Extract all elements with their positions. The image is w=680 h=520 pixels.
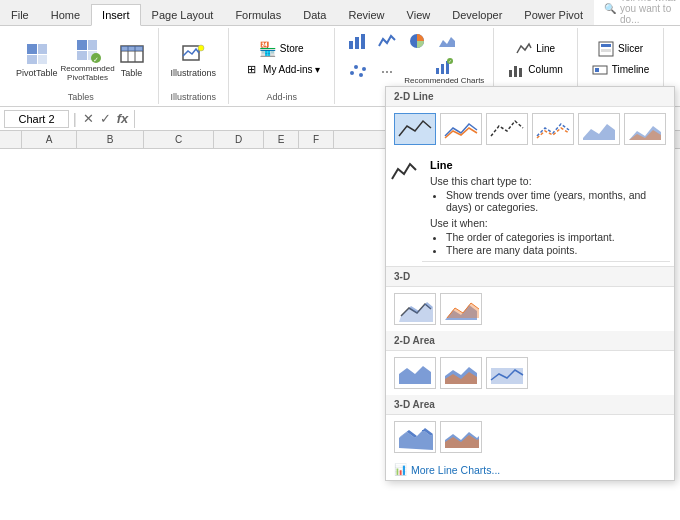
table-label: Table: [121, 68, 143, 78]
chart-3d-icon-2[interactable]: [440, 293, 482, 325]
store-icon: 🏪: [260, 41, 276, 57]
bar-chart-button[interactable]: [343, 30, 371, 52]
recommended-charts-icon: ✓: [434, 56, 454, 76]
column-sparkline-icon: [508, 62, 524, 78]
svg-rect-14: [121, 46, 128, 51]
pie-chart-icon: [407, 31, 427, 51]
scatter-chart-button[interactable]: [343, 60, 371, 82]
chart-2d-area-icon-1[interactable]: [394, 357, 436, 389]
svg-point-18: [198, 45, 204, 51]
timeline-button[interactable]: Timeline: [586, 60, 655, 80]
col-header-c[interactable]: C: [144, 131, 214, 149]
chart-3d-area-icon-1[interactable]: [394, 421, 436, 453]
illustrations-group-label: Illustrations: [171, 92, 217, 102]
line-chart-button[interactable]: [373, 30, 401, 52]
my-addins-label: My Add-ins ▾: [263, 64, 320, 75]
pivot-table-button[interactable]: PivotTable: [12, 38, 62, 80]
svg-text:⋯: ⋯: [381, 65, 393, 79]
more-charts-button[interactable]: ⋯: [373, 60, 401, 82]
recommended-pivot-icon: ✓: [74, 36, 102, 64]
chart-icons-3d: [386, 287, 674, 331]
col-header-f[interactable]: F: [299, 131, 334, 149]
tell-me-input[interactable]: Tell me what you want to do...: [620, 0, 680, 25]
corner-cell: [0, 131, 22, 149]
chart-2d-area-icon-3[interactable]: [486, 357, 528, 389]
svg-point-25: [359, 73, 363, 77]
svg-point-23: [350, 71, 354, 75]
tab-home[interactable]: Home: [40, 4, 91, 25]
tab-review[interactable]: Review: [337, 4, 395, 25]
svg-rect-0: [27, 44, 37, 54]
chart-use-intro: Use this chart type to:: [430, 175, 662, 187]
recommended-charts-label: Recommended Charts: [404, 76, 484, 85]
line-chart-icon-3[interactable]: [486, 113, 528, 145]
col-header-b[interactable]: B: [77, 131, 144, 149]
chart-icons-2d-line: [386, 107, 674, 151]
recommended-charts-button[interactable]: ✓ Recommended Charts: [403, 55, 485, 86]
table-button[interactable]: Table: [114, 38, 150, 80]
tab-developer[interactable]: Developer: [441, 4, 513, 25]
area-chart-button[interactable]: [433, 30, 461, 52]
line-chart-icon-5[interactable]: [578, 113, 620, 145]
svg-rect-35: [519, 68, 522, 77]
chart-description-panel: Line Use this chart type to: Show trends…: [422, 151, 674, 266]
ribbon-group-illustrations: Illustrations Illustrations: [159, 28, 230, 104]
svg-rect-3: [38, 55, 47, 64]
timeline-label: Timeline: [612, 64, 649, 75]
col-header-e[interactable]: E: [264, 131, 299, 149]
chart-use-when-intro: Use it when:: [430, 217, 662, 229]
illustrations-button[interactable]: Illustrations: [167, 38, 221, 80]
line-chart-icon: [377, 31, 397, 51]
tables-group-label: Tables: [68, 92, 94, 102]
svg-rect-2: [27, 55, 37, 64]
pivot-table-label: PivotTable: [16, 68, 58, 78]
line-chart-icon-2[interactable]: [440, 113, 482, 145]
name-box[interactable]: [4, 110, 69, 128]
table-icon: [118, 40, 146, 68]
line-chart-icon-1[interactable]: [394, 113, 436, 145]
tab-page-layout[interactable]: Page Layout: [141, 4, 225, 25]
confirm-formula-icon[interactable]: ✓: [98, 111, 113, 126]
svg-rect-33: [509, 70, 512, 77]
line-sparkline-label: Line: [536, 43, 555, 54]
svg-rect-4: [77, 40, 87, 50]
tab-data[interactable]: Data: [292, 4, 337, 25]
chart-popup-2d-area-header: 2-D Area: [386, 331, 674, 351]
more-charts-icon: ⋯: [377, 61, 397, 81]
bar-chart-icon: [347, 31, 367, 51]
addins-icon: ⊞: [243, 62, 259, 78]
pie-chart-button[interactable]: [403, 30, 431, 52]
tab-insert[interactable]: Insert: [91, 4, 141, 26]
store-button[interactable]: 🏪 Store: [254, 39, 310, 59]
chart-2d-area-icon-2[interactable]: [440, 357, 482, 389]
chart-3d-icon-1[interactable]: [394, 293, 436, 325]
line-chart-icon-6[interactable]: [624, 113, 666, 145]
tab-file[interactable]: File: [0, 4, 40, 25]
tab-formulas[interactable]: Formulas: [224, 4, 292, 25]
recommended-pivot-button[interactable]: ✓ Recommended PivotTables: [64, 34, 112, 84]
tab-power-pivot[interactable]: Power Pivot: [513, 4, 594, 25]
line-sparkline-button[interactable]: Line: [510, 39, 561, 59]
slicer-label: Slicer: [618, 43, 643, 54]
slicer-icon: [598, 41, 614, 57]
column-sparkline-button[interactable]: Column: [502, 60, 568, 80]
chart-type-preview-icon: [386, 151, 422, 266]
fx-icon[interactable]: fx: [115, 111, 131, 126]
col-header-a[interactable]: A: [22, 131, 77, 149]
my-addins-button[interactable]: ⊞ My Add-ins ▾: [237, 60, 326, 80]
slicer-button[interactable]: Slicer: [592, 39, 649, 59]
formula-controls: ✕ ✓ fx: [81, 111, 131, 126]
more-line-charts-link[interactable]: 📊 More Line Charts...: [386, 459, 674, 480]
more-charts-icon: 📊: [394, 463, 407, 476]
line-chart-icon-4[interactable]: [532, 113, 574, 145]
col-header-d[interactable]: D: [214, 131, 264, 149]
ribbon-group-addins: 🏪 Store ⊞ My Add-ins ▾ Add-ins: [229, 28, 335, 104]
svg-rect-1: [38, 44, 47, 54]
chart-3d-area-icon-2[interactable]: [440, 421, 482, 453]
svg-text:✓: ✓: [93, 56, 99, 63]
formula-divider: |: [73, 111, 77, 127]
chart-icons-3d-area: [386, 415, 674, 459]
ribbon-tabs: File Home Insert Page Layout Formulas Da…: [0, 0, 680, 26]
cancel-formula-icon[interactable]: ✕: [81, 111, 96, 126]
tab-view[interactable]: View: [396, 4, 442, 25]
